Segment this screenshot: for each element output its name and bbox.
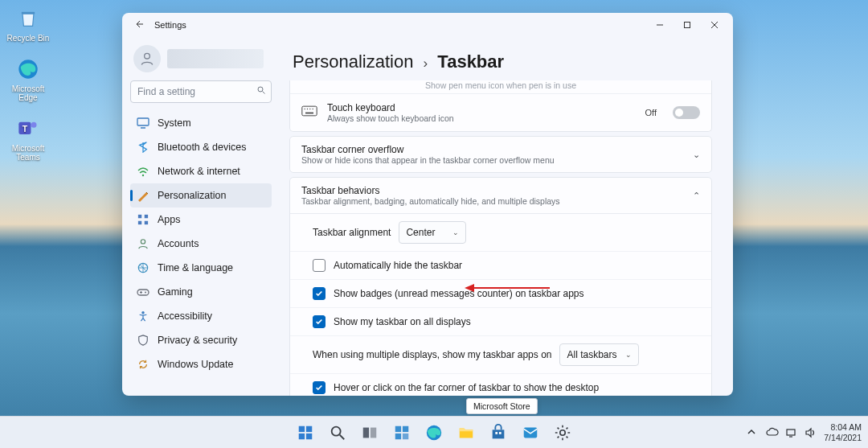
search-input[interactable] <box>130 80 272 103</box>
nav-bluetooth[interactable]: Bluetooth & devices <box>130 135 272 159</box>
folder-icon <box>457 424 475 442</box>
svg-point-22 <box>305 109 305 109</box>
tray-time: 8:04 AM <box>824 422 862 432</box>
maximize-button[interactable] <box>674 14 701 36</box>
onedrive-icon[interactable] <box>766 427 777 438</box>
svg-point-23 <box>307 109 308 109</box>
nav-accessibility[interactable]: Accessibility <box>130 304 272 328</box>
check-icon <box>315 318 323 326</box>
recycle-bin-icon <box>14 5 42 32</box>
nav-label: Gaming <box>158 286 193 298</box>
network-tray-icon[interactable] <box>785 427 796 438</box>
nav-system[interactable]: System <box>130 111 272 135</box>
expander-title: Taskbar corner overflow <box>301 144 693 155</box>
overflow-header[interactable]: Taskbar corner overflow Show or hide ico… <box>290 137 711 172</box>
search-icon <box>329 424 346 442</box>
svg-rect-44 <box>403 433 408 438</box>
maximize-icon <box>683 21 691 29</box>
nav-accounts[interactable]: Accounts <box>130 232 272 256</box>
desktop-icon-edge[interactable]: Microsoft Edge <box>3 55 53 102</box>
all-displays-label: Show my taskbar on all displays <box>334 316 471 327</box>
svg-point-16 <box>141 240 145 244</box>
taskbar-mail[interactable] <box>517 419 544 446</box>
tray-overflow-chevron[interactable] <box>747 427 758 438</box>
svg-rect-21 <box>302 106 317 116</box>
chevron-up-icon: ⌃ <box>693 191 700 201</box>
tray-clock[interactable]: 8:04 AM 7/14/2021 <box>824 422 862 442</box>
svg-point-37 <box>332 426 341 435</box>
breadcrumb-parent[interactable]: Personalization <box>293 51 413 72</box>
titlebar: Settings <box>122 13 733 37</box>
taskbar: 8:04 AM 7/14/2021 <box>0 416 868 448</box>
nav-windows-update[interactable]: Windows Update <box>130 352 272 376</box>
auto-hide-checkbox[interactable] <box>313 259 326 272</box>
chevron-down-icon: ⌄ <box>693 150 700 160</box>
close-button[interactable] <box>701 14 728 36</box>
minimize-button[interactable] <box>646 14 674 36</box>
dropdown-value: Center <box>406 227 435 238</box>
account-header[interactable] <box>130 42 272 80</box>
expander-title: Taskbar behaviors <box>301 185 693 196</box>
svg-point-49 <box>560 430 565 434</box>
badges-checkbox[interactable] <box>313 287 326 300</box>
toggle-state-text: Off <box>645 108 657 117</box>
back-button[interactable] <box>130 18 148 32</box>
svg-rect-39 <box>363 427 369 438</box>
mail-icon <box>522 424 539 442</box>
nav-apps[interactable]: Apps <box>130 208 272 232</box>
search-box[interactable] <box>130 80 272 103</box>
chevron-right-icon: › <box>424 55 428 71</box>
search-icon <box>256 85 266 97</box>
svg-point-11 <box>142 175 144 176</box>
all-displays-row: Show my taskbar on all displays <box>290 307 711 335</box>
nav-label: Bluetooth & devices <box>158 142 247 153</box>
behaviors-header[interactable]: Taskbar behaviors Taskbar alignment, bad… <box>290 178 711 213</box>
accessibility-icon <box>137 310 149 323</box>
taskbar-edge[interactable] <box>420 419 448 446</box>
setting-title: Touch keyboard <box>327 102 636 113</box>
desktop-icon-label: Microsoft Edge <box>12 84 45 102</box>
widgets-button[interactable] <box>388 419 416 446</box>
taskbar-store[interactable] <box>485 419 512 446</box>
nav-network[interactable]: Network & internet <box>130 159 272 183</box>
edge-icon <box>425 424 443 442</box>
svg-rect-46 <box>495 432 497 434</box>
tray-date: 7/14/2021 <box>824 433 862 442</box>
all-displays-checkbox[interactable] <box>313 315 326 328</box>
shield-icon <box>137 334 149 347</box>
taskbar-settings[interactable] <box>549 419 576 446</box>
badges-row: Show badges (unread messages counter) on… <box>290 279 711 307</box>
nav-label: Windows Update <box>158 359 234 370</box>
alignment-dropdown[interactable]: Center ⌄ <box>399 221 466 244</box>
breadcrumb: Personalization › Taskbar <box>293 51 712 72</box>
nav-gaming[interactable]: Gaming <box>130 280 272 304</box>
nav-personalization[interactable]: Personalization <box>130 183 272 208</box>
svg-rect-47 <box>499 432 502 434</box>
alignment-label: Taskbar alignment <box>313 227 391 238</box>
desktop-icon-teams[interactable]: T Microsoft Teams <box>3 115 53 162</box>
breadcrumb-current: Taskbar <box>437 51 504 72</box>
hover-corner-checkbox[interactable] <box>313 381 326 394</box>
multi-dropdown[interactable]: All taskbars ⌄ <box>559 343 638 366</box>
chevron-down-icon: ⌄ <box>452 228 459 236</box>
svg-point-7 <box>258 87 263 92</box>
touch-keyboard-toggle[interactable] <box>673 106 700 119</box>
overflow-expander: Taskbar corner overflow Show or hide ico… <box>289 136 712 173</box>
apps-icon <box>137 213 149 226</box>
svg-point-25 <box>313 109 313 109</box>
taskbar-explorer[interactable] <box>452 419 480 446</box>
svg-rect-18 <box>137 290 149 295</box>
clock-globe-icon <box>137 261 149 274</box>
nav-time-language[interactable]: Time & language <box>130 256 272 280</box>
badges-label: Show badges (unread messages counter) on… <box>334 288 584 299</box>
task-view-button[interactable] <box>356 419 383 446</box>
desktop-icon-recycle-bin[interactable]: Recycle Bin <box>3 5 53 43</box>
search-button[interactable] <box>324 419 351 446</box>
svg-rect-36 <box>306 433 312 438</box>
start-button[interactable] <box>292 419 319 446</box>
avatar-icon <box>133 45 161 72</box>
svg-line-38 <box>340 434 345 439</box>
nav-privacy[interactable]: Privacy & security <box>130 328 272 352</box>
truncated-prev-row: Show pen menu icon when pen is in use <box>290 80 711 90</box>
volume-tray-icon[interactable] <box>805 427 816 438</box>
